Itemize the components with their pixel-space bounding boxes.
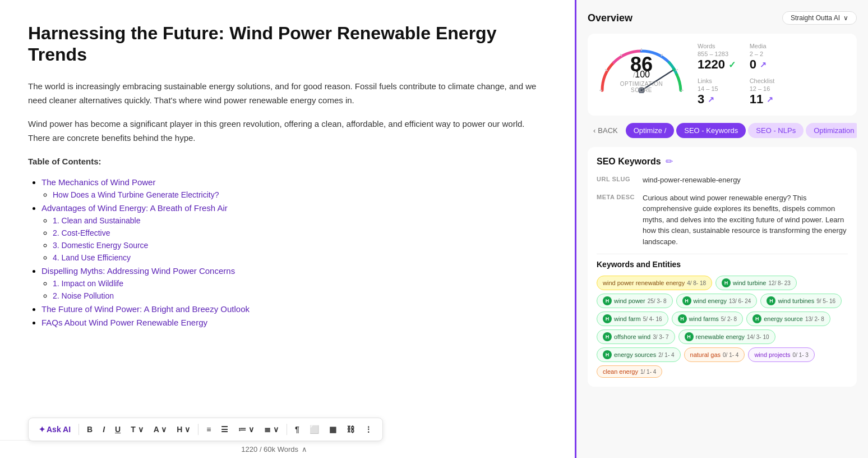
tab-seo-keywords-label: SEO - Keywords: [684, 126, 738, 135]
overview-title: Overview: [588, 12, 632, 24]
underline-icon: U: [115, 425, 121, 434]
keyword-tag-wind-turbines[interactable]: H wind turbines 9/ 5- 16: [760, 294, 842, 308]
toolbar-divider-3: [287, 424, 287, 435]
ask-ai-button[interactable]: ✦ Ask AI: [35, 423, 74, 436]
keyword-tag-clean-energy[interactable]: clean energy 1/ 1- 4: [597, 365, 662, 378]
h-badge: H: [603, 314, 612, 323]
tab-seo-keywords[interactable]: SEO - Keywords: [676, 123, 746, 138]
toc-link-wildlife[interactable]: 1. Impact on Wildlife: [53, 279, 123, 288]
columns-button[interactable]: ▦: [326, 423, 340, 436]
keyword-tag-renewable-energy[interactable]: H renewable energy 14/ 3- 10: [678, 329, 775, 344]
word-count-chevron[interactable]: ∧: [302, 445, 307, 454]
h-badge: H: [682, 296, 691, 305]
toc-link-myths[interactable]: Dispelling Myths: Addressing Wind Power …: [41, 266, 235, 276]
italic-button[interactable]: I: [99, 423, 108, 436]
toc-link-noise[interactable]: 2. Noise Pollution: [53, 291, 114, 300]
paragraph-icon: ¶: [295, 425, 299, 434]
heading-icon: H ∨: [177, 425, 190, 434]
heading-button[interactable]: H ∨: [173, 423, 193, 436]
meta-desc-label: META DESC: [597, 193, 636, 200]
text-style-icon: T ∨: [131, 425, 143, 434]
keyword-label: wind farms: [689, 315, 719, 322]
list-item: 2. Noise Pollution: [53, 291, 547, 301]
tab-seo-nlps[interactable]: SEO - NLPs: [748, 123, 804, 138]
align-center-icon: ☰: [221, 425, 228, 434]
keyword-tag-wind-turbine[interactable]: H wind turbine 12/ 8- 23: [715, 276, 797, 290]
arrow-up-right-icon-3: ↗: [767, 95, 773, 104]
keyword-tag-offshore-wind[interactable]: H offshore wind 3/ 3- 7: [597, 329, 675, 344]
toc-link-domestic[interactable]: 3. Domestic Energy Source: [53, 241, 148, 250]
bold-button[interactable]: B: [84, 423, 96, 436]
toc-heading: Table of Contents:: [28, 154, 547, 169]
image-icon: ⬜: [310, 425, 319, 434]
keyword-tag-wind-energy[interactable]: H wind energy 13/ 6- 24: [676, 294, 758, 308]
ask-ai-label: Ask AI: [47, 425, 71, 434]
h-badge: H: [678, 314, 687, 323]
toc-link-how[interactable]: How Does a Wind Turbine Generate Electri…: [53, 190, 219, 199]
toc-link-advantages[interactable]: Advantages of Wind Energy: A Breath of F…: [41, 203, 228, 213]
keyword-stats: 4/ 8- 18: [687, 280, 706, 286]
source-badge[interactable]: Straight Outta AI ∨: [782, 11, 857, 25]
underline-button[interactable]: U: [112, 423, 124, 436]
editor-panel: Harnessing the Future: Wind Power Renewa…: [0, 0, 576, 458]
font-size-button[interactable]: A ∨: [150, 423, 170, 436]
align-left-button[interactable]: ≡: [203, 423, 214, 436]
list-item: The Mechanics of Wind Power How Does a W…: [41, 177, 547, 200]
arrow-up-right-icon: ↗: [760, 60, 767, 69]
more-button[interactable]: ⋮: [361, 423, 376, 436]
keyword-label: clean energy: [603, 368, 638, 375]
list-item: FAQs About Wind Power Renewable Energy: [41, 318, 547, 328]
edit-icon[interactable]: ✏: [666, 156, 673, 167]
stat-checklist-label: Checklist: [750, 77, 796, 84]
image-button[interactable]: ⬜: [306, 423, 322, 436]
stat-words-range: 855 – 1283: [698, 51, 744, 57]
word-count-text: 1220 / 60k Words: [241, 445, 298, 454]
stat-media-range: 2 – 2: [750, 51, 796, 57]
chevron-left-icon: ‹: [593, 126, 595, 135]
toc-link-future[interactable]: The Future of Wind Power: A Bright and B…: [41, 304, 250, 314]
stat-words-label: Words: [698, 43, 744, 49]
keyword-tag-energy-source[interactable]: H energy source 13/ 2- 8: [746, 312, 830, 326]
keyword-tag-wind-farms[interactable]: H wind farms 5/ 2- 8: [672, 312, 744, 326]
bold-icon: B: [87, 425, 93, 434]
h-badge: H: [767, 296, 775, 305]
score-number: 86: [630, 53, 653, 76]
list-item: The Future of Wind Power: A Bright and B…: [41, 304, 547, 314]
tab-back[interactable]: ‹ BACK: [588, 123, 624, 138]
keyword-stats: 0/ 1- 3: [793, 352, 809, 358]
align-center-button[interactable]: ☰: [218, 423, 232, 436]
keyword-tag-energy-sources[interactable]: H energy sources 2/ 1- 4: [597, 347, 681, 362]
tabs-row: ‹ BACK Optimize / SEO - Keywords SEO - N…: [588, 122, 857, 138]
keyword-tag-natural-gas[interactable]: natural gas 0/ 1- 4: [684, 347, 745, 362]
h-badge: H: [722, 278, 731, 287]
text-style-button[interactable]: T ∨: [127, 423, 146, 436]
list-ordered-button[interactable]: ≔ ∨: [235, 423, 257, 436]
link-button[interactable]: ⛓: [343, 423, 358, 436]
toc-link-land[interactable]: 4. Land Use Efficiency: [53, 253, 131, 262]
toc-link-faqs[interactable]: FAQs About Wind Power Renewable Energy: [41, 318, 207, 327]
keyword-label: offshore wind: [614, 333, 650, 340]
keyword-stats: 2/ 1- 4: [658, 352, 674, 358]
paragraph-button[interactable]: ¶: [292, 423, 303, 436]
stat-links-label: Links: [698, 77, 744, 84]
list-item: How Does a Wind Turbine Generate Electri…: [53, 190, 547, 200]
more-icon: ⋮: [364, 425, 372, 434]
keyword-tag-primary[interactable]: wind power renewable energy 4/ 8- 18: [597, 276, 712, 290]
tab-optimization[interactable]: Optimization: [806, 123, 857, 138]
list-unordered-button[interactable]: ≣ ∨: [261, 423, 282, 436]
toolbar-divider: [79, 424, 79, 435]
keyword-tag-wind-power[interactable]: H wind power 25/ 3- 8: [597, 294, 673, 308]
h-badge: H: [603, 332, 612, 341]
toc-list: The Mechanics of Wind Power How Does a W…: [28, 177, 547, 328]
keyword-label: wind projects: [754, 351, 790, 358]
gauge-wrap: /100 OPTIMIZATION SCORE 86: [597, 43, 686, 93]
divider: [597, 254, 848, 254]
toc-link-cost[interactable]: 2. Cost-Effective: [53, 228, 110, 237]
stat-checklist-value: 11 ↗: [750, 92, 796, 107]
tab-optimize[interactable]: Optimize /: [626, 123, 675, 138]
keyword-tag-wind-projects[interactable]: wind projects 0/ 1- 3: [748, 347, 815, 362]
seo-title-row: SEO Keywords ✏: [597, 156, 848, 167]
toc-link-clean[interactable]: 1. Clean and Sustainable: [53, 216, 140, 225]
keyword-tag-wind-farm[interactable]: H wind farm 5/ 4- 16: [597, 312, 668, 326]
toc-link-mechanics[interactable]: The Mechanics of Wind Power: [41, 177, 155, 187]
